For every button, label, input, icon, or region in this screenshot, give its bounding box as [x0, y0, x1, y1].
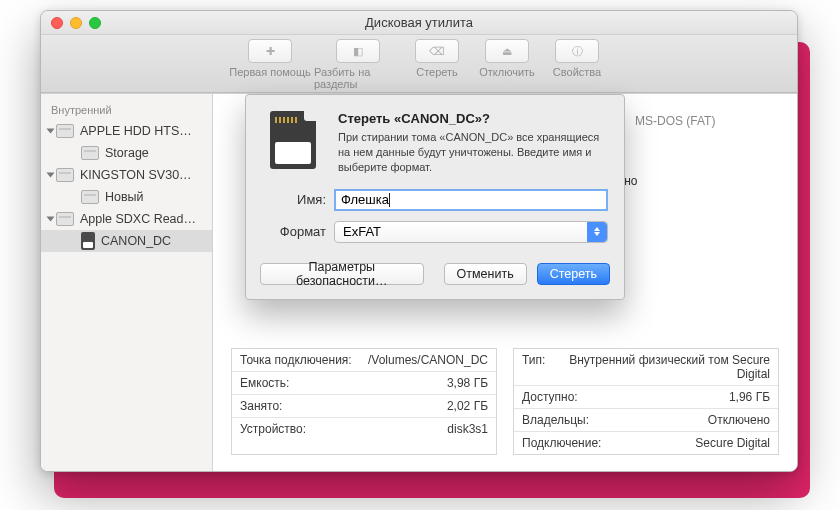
dialog-description: При стирании тома «CANON_DC» все хранящи… [338, 130, 608, 175]
select-arrows-icon [587, 222, 607, 242]
card-reader-icon [56, 212, 74, 226]
titlebar[interactable]: Дисковая утилита [41, 11, 797, 35]
erase-button[interactable]: Стереть [537, 263, 610, 285]
toolbar-partition[interactable]: ◧ Разбить на разделы [314, 39, 402, 92]
toolbar-label: Первая помощь [229, 66, 311, 78]
toolbar-erase[interactable]: ⌫ Стереть [402, 39, 472, 92]
sidebar-item-canon-dc[interactable]: CANON_DC [41, 230, 212, 252]
sidebar-item-label: Новый [105, 190, 144, 204]
disclosure-triangle-icon[interactable] [47, 173, 55, 178]
table-row: Устройство:disk3s1 [232, 418, 496, 440]
sidebar: Внутренний APPLE HDD HTS… Storage KINGST… [41, 94, 213, 471]
volume-filesystem: MS-DOS (FAT) [635, 114, 779, 128]
window-title: Дисковая утилита [41, 15, 797, 30]
toolbar-unmount[interactable]: ⏏ Отключить [472, 39, 542, 92]
sidebar-item-label: Apple SDXC Read… [80, 212, 196, 226]
toolbar-info[interactable]: ⓘ Свойства [542, 39, 612, 92]
info-table-left: Точка подключения:/Volumes/CANON_DC Емко… [231, 348, 497, 455]
format-value: ExFAT [343, 224, 381, 239]
toolbar-label: Отключить [479, 66, 535, 78]
toolbar-label: Разбить на разделы [314, 66, 402, 90]
sidebar-heading: Внутренний [41, 100, 212, 120]
partition-icon: ◧ [353, 45, 363, 58]
erase-icon: ⌫ [429, 45, 445, 58]
toolbar-label: Стереть [416, 66, 458, 78]
hdd-icon [56, 168, 74, 182]
info-table-right: Тип:Внутренний физический том Secure Dig… [513, 348, 779, 455]
cancel-button[interactable]: Отменить [444, 263, 527, 285]
first-aid-icon: ✚ [266, 45, 275, 58]
disclosure-triangle-icon[interactable] [47, 217, 55, 222]
toolbar-first-aid[interactable]: ✚ Первая помощь [226, 39, 314, 92]
volume-icon [81, 146, 99, 160]
toolbar: ✚ Первая помощь ◧ Разбить на разделы ⌫ С… [41, 35, 797, 93]
sidebar-item-label: APPLE HDD HTS… [80, 124, 192, 138]
dialog-sd-icon [262, 111, 324, 173]
sidebar-item-volume[interactable]: Storage [41, 142, 212, 164]
sidebar-item-label: KINGSTON SV30… [80, 168, 192, 182]
sd-card-icon [81, 232, 95, 250]
hdd-icon [56, 124, 74, 138]
table-row: Тип:Внутренний физический том Secure Dig… [514, 349, 778, 386]
table-row: Занято:2,02 ГБ [232, 395, 496, 418]
erase-dialog: Стереть «CANON_DC»? При стирании тома «C… [245, 94, 625, 300]
table-row: Точка подключения:/Volumes/CANON_DC [232, 349, 496, 372]
info-tables: Точка подключения:/Volumes/CANON_DC Емко… [231, 348, 779, 455]
toolbar-label: Свойства [553, 66, 601, 78]
sidebar-item-disk[interactable]: APPLE HDD HTS… [41, 120, 212, 142]
table-row: Емкость:3,98 ГБ [232, 372, 496, 395]
disclosure-triangle-icon[interactable] [47, 129, 55, 134]
sidebar-item-label: CANON_DC [101, 234, 171, 248]
dialog-title: Стереть «CANON_DC»? [338, 111, 608, 126]
name-input[interactable]: Флешка [334, 189, 608, 211]
format-select[interactable]: ExFAT [334, 221, 608, 243]
sidebar-item-disk[interactable]: KINGSTON SV30… [41, 164, 212, 186]
table-row: Доступно:1,96 ГБ [514, 386, 778, 409]
format-label: Формат [262, 224, 326, 239]
volume-icon [81, 190, 99, 204]
sidebar-item-label: Storage [105, 146, 149, 160]
disk-utility-window: Дисковая утилита ✚ Первая помощь ◧ Разби… [40, 10, 798, 472]
name-label: Имя: [262, 192, 326, 207]
security-options-button[interactable]: Параметры безопасности… [260, 263, 424, 285]
info-icon: ⓘ [572, 44, 583, 59]
sidebar-item-volume[interactable]: Новый [41, 186, 212, 208]
table-row: Владельцы:Отключено [514, 409, 778, 432]
sidebar-item-disk[interactable]: Apple SDXC Read… [41, 208, 212, 230]
table-row: Подключение:Secure Digital [514, 432, 778, 454]
unmount-icon: ⏏ [502, 45, 512, 58]
